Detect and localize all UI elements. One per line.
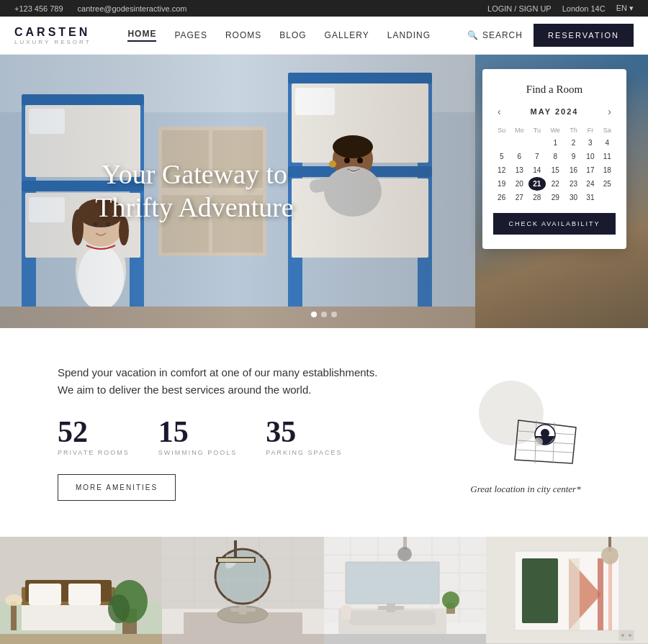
svg-point-39 bbox=[479, 381, 544, 445]
calendar-day-6[interactable]: 6 bbox=[510, 150, 528, 163]
room-gallery bbox=[0, 537, 648, 644]
calendar-day-7[interactable]: 7 bbox=[528, 150, 545, 163]
calendar-day-24[interactable]: 24 bbox=[582, 177, 598, 191]
svg-point-113 bbox=[601, 547, 618, 564]
calendar-day-3[interactable]: 3 bbox=[582, 136, 598, 150]
calendar-day-27[interactable]: 27 bbox=[510, 191, 528, 204]
search-button[interactable]: 🔍 SEARCH bbox=[467, 30, 523, 40]
gallery-item-1[interactable] bbox=[0, 537, 162, 644]
calendar-day-2[interactable]: 2 bbox=[565, 136, 582, 150]
stats-numbers: 52 PRIVATE ROOMS 15 SWIMMING POOLS 35 PA… bbox=[58, 417, 382, 456]
location-svg bbox=[461, 370, 590, 478]
nav-right: 🔍 SEARCH RESERVATION bbox=[467, 24, 634, 47]
cal-header-sa: Sa bbox=[599, 124, 616, 136]
calendar-day-11[interactable]: 11 bbox=[599, 150, 616, 163]
nav-rooms[interactable]: ROOMS bbox=[225, 30, 261, 40]
gallery-item-4[interactable] bbox=[486, 537, 648, 644]
check-availability-button[interactable]: CHECK AVAILABILITY bbox=[493, 213, 616, 235]
slide-dot-3[interactable] bbox=[331, 312, 337, 317]
calendar-prev-button[interactable]: ‹ bbox=[493, 104, 505, 119]
calendar-day-9[interactable]: 9 bbox=[565, 150, 582, 163]
calendar-day-25[interactable]: 25 bbox=[599, 177, 616, 191]
calendar-day-30[interactable]: 30 bbox=[565, 191, 582, 204]
nav-home[interactable]: HOME bbox=[127, 29, 156, 42]
svg-rect-61 bbox=[0, 634, 162, 644]
slide-dots bbox=[311, 312, 337, 317]
stats-section: Spend your vacation in comfort at one of… bbox=[0, 328, 648, 537]
calendar-day-19[interactable]: 19 bbox=[493, 177, 510, 191]
calendar-day-21[interactable]: 21 bbox=[528, 177, 545, 191]
stat-parking-label: PARKING SPACES bbox=[266, 449, 342, 456]
svg-rect-97 bbox=[346, 562, 439, 604]
calendar-grid: Su Mo Tu We Th Fr Sa 1234567891011121314… bbox=[493, 124, 616, 204]
gallery-item-2[interactable] bbox=[162, 537, 324, 644]
stats-right: Great location in city center* bbox=[461, 370, 590, 495]
cal-header-tu: Tu bbox=[528, 124, 545, 136]
amenities-button[interactable]: MORE AMENITIES bbox=[58, 474, 176, 501]
svg-rect-55 bbox=[22, 605, 115, 630]
svg-rect-101 bbox=[324, 634, 486, 644]
cal-header-we: We bbox=[546, 124, 565, 136]
language-selector[interactable]: EN ▾ bbox=[616, 4, 634, 13]
svg-point-58 bbox=[108, 594, 130, 623]
calendar-day-16[interactable]: 16 bbox=[565, 163, 582, 177]
calendar-day-12[interactable]: 12 bbox=[493, 163, 510, 177]
nav-blog[interactable]: BLOG bbox=[279, 30, 306, 40]
nav-gallery[interactable]: GALLERY bbox=[325, 30, 369, 40]
nav-pages[interactable]: PAGES bbox=[174, 30, 207, 40]
calendar-day-23[interactable]: 23 bbox=[565, 177, 582, 191]
location-caption: Great location in city center* bbox=[470, 484, 580, 495]
calendar-next-button[interactable]: › bbox=[603, 104, 616, 119]
svg-point-60 bbox=[5, 594, 22, 606]
calendar-day-14[interactable]: 14 bbox=[528, 163, 545, 177]
calendar-day-17[interactable]: 17 bbox=[582, 163, 598, 177]
calendar-day-15[interactable]: 15 bbox=[546, 163, 565, 177]
calendar-empty bbox=[510, 136, 528, 150]
calendar-day-26[interactable]: 26 bbox=[493, 191, 510, 204]
calendar-day-13[interactable]: 13 bbox=[510, 163, 528, 177]
stat-swimming-pools: 15 SWIMMING POOLS bbox=[158, 417, 238, 456]
logo: CARSTEN LUXURY RESORT bbox=[14, 26, 91, 45]
login-link[interactable]: LOGIN / SIGN UP bbox=[487, 4, 552, 13]
slide-dot-2[interactable] bbox=[321, 312, 327, 317]
svg-rect-53 bbox=[29, 584, 61, 605]
svg-rect-54 bbox=[68, 584, 101, 605]
calendar-empty bbox=[599, 191, 616, 204]
calendar-empty bbox=[493, 136, 510, 150]
cal-header-su: Su bbox=[493, 124, 510, 136]
topbar-left: +123 456 789 cantree@godesinteractive.co… bbox=[14, 4, 186, 13]
svg-rect-73 bbox=[230, 608, 256, 612]
calendar-day-29[interactable]: 29 bbox=[546, 191, 565, 204]
slide-dot-1[interactable] bbox=[311, 312, 317, 317]
svg-rect-69 bbox=[218, 558, 254, 562]
calendar-day-31[interactable]: 31 bbox=[582, 191, 598, 204]
calendar-day-20[interactable]: 20 bbox=[510, 177, 528, 191]
svg-rect-109 bbox=[569, 558, 580, 630]
calendar-day-4[interactable]: 4 bbox=[599, 136, 616, 150]
calendar-title: Find a Room bbox=[493, 83, 616, 96]
calendar-day-5[interactable]: 5 bbox=[493, 150, 510, 163]
stat-rooms-value: 52 bbox=[58, 417, 130, 447]
calendar-day-10[interactable]: 10 bbox=[582, 150, 598, 163]
calendar-nav: ‹ MAY 2024 › bbox=[493, 104, 616, 119]
calendar-day-8[interactable]: 8 bbox=[546, 150, 565, 163]
calendar-day-1[interactable]: 1 bbox=[546, 136, 565, 150]
stats-description: Spend your vacation in comfort at one of… bbox=[58, 364, 382, 399]
cal-header-fr: Fr bbox=[582, 124, 598, 136]
stat-private-rooms: 52 PRIVATE ROOMS bbox=[58, 417, 130, 456]
calendar-day-28[interactable]: 28 bbox=[528, 191, 545, 204]
hero-section: Your Gateway to Thrifty Adventure Find a… bbox=[0, 55, 648, 328]
svg-rect-110 bbox=[598, 558, 603, 630]
nav-landing[interactable]: LANDING bbox=[387, 30, 431, 40]
stat-parking-spaces: 35 PARKING SPACES bbox=[266, 417, 342, 456]
reservation-button[interactable]: RESERVATION bbox=[534, 24, 634, 47]
calendar-day-22[interactable]: 22 bbox=[546, 177, 565, 191]
search-icon: 🔍 bbox=[467, 30, 479, 40]
topbar-right: LOGIN / SIGN UP London 14C EN ▾ bbox=[487, 4, 634, 13]
svg-rect-67 bbox=[234, 540, 237, 558]
svg-rect-94 bbox=[349, 611, 436, 625]
gallery-item-3[interactable] bbox=[324, 537, 486, 644]
location-illustration bbox=[461, 370, 590, 478]
calendar-day-18[interactable]: 18 bbox=[599, 163, 616, 177]
location-info: London 14C bbox=[562, 4, 606, 13]
